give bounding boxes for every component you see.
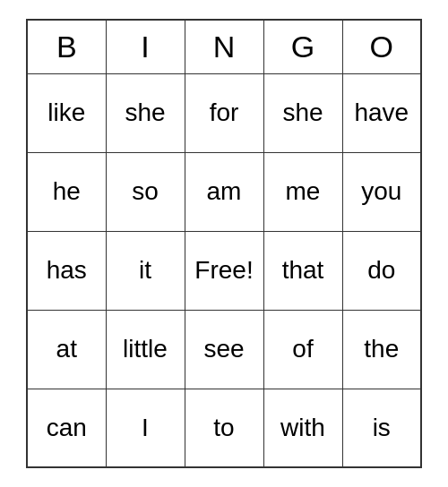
bingo-cell-r4-c3: with: [263, 389, 342, 467]
bingo-cell-r2-c4: do: [342, 231, 421, 310]
bingo-cell-r0-c4: have: [342, 73, 421, 152]
bingo-cell-r0-c2: for: [185, 73, 263, 152]
bingo-cell-r4-c4: is: [342, 389, 421, 467]
bingo-cell-r2-c2: Free!: [185, 231, 263, 310]
bingo-cell-r1-c4: you: [342, 152, 421, 231]
bingo-cell-r1-c3: me: [263, 152, 342, 231]
bingo-cell-r1-c2: am: [185, 152, 263, 231]
bingo-cell-r3-c4: the: [342, 310, 421, 389]
bingo-cell-r1-c1: so: [106, 152, 185, 231]
bingo-cell-r2-c0: has: [27, 231, 106, 310]
header-cell-n: N: [185, 20, 263, 73]
bingo-row-2: hasitFree!thatdo: [27, 231, 421, 310]
bingo-cell-r3-c2: see: [185, 310, 263, 389]
bingo-card: BINGO likesheforshehavehesoammeyouhasitF…: [26, 19, 422, 468]
header-cell-i: I: [106, 20, 185, 73]
bingo-row-1: hesoammeyou: [27, 152, 421, 231]
bingo-cell-r3-c0: at: [27, 310, 106, 389]
header-cell-g: G: [263, 20, 342, 73]
bingo-cell-r0-c3: she: [263, 73, 342, 152]
bingo-cell-r0-c1: she: [106, 73, 185, 152]
bingo-cell-r4-c0: can: [27, 389, 106, 467]
header-cell-b: B: [27, 20, 106, 73]
bingo-cell-r2-c3: that: [263, 231, 342, 310]
bingo-row-0: likesheforshehave: [27, 73, 421, 152]
bingo-cell-r3-c1: little: [106, 310, 185, 389]
bingo-cell-r4-c2: to: [185, 389, 263, 467]
bingo-row-3: atlittleseeofthe: [27, 310, 421, 389]
bingo-cell-r2-c1: it: [106, 231, 185, 310]
header-cell-o: O: [342, 20, 421, 73]
bingo-row-4: canItowithis: [27, 389, 421, 467]
bingo-cell-r0-c0: like: [27, 73, 106, 152]
bingo-cell-r4-c1: I: [106, 389, 185, 467]
bingo-cell-r3-c3: of: [263, 310, 342, 389]
bingo-table: BINGO likesheforshehavehesoammeyouhasitF…: [26, 19, 422, 468]
bingo-header-row: BINGO: [27, 20, 421, 73]
bingo-cell-r1-c0: he: [27, 152, 106, 231]
